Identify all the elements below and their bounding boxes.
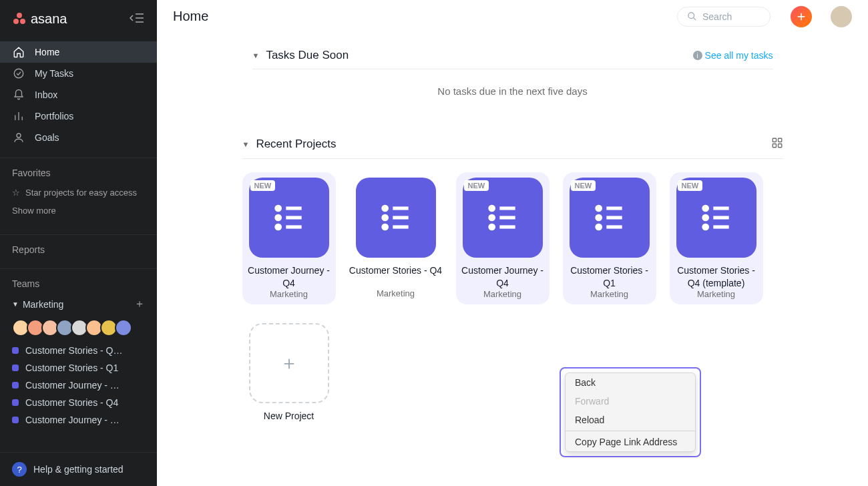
svg-point-45 [703, 226, 707, 230]
project-color-dot [12, 399, 19, 406]
asana-logo-icon [12, 11, 27, 26]
bars-icon [12, 110, 25, 122]
project-color-dot [12, 417, 19, 423]
person-icon [12, 132, 25, 144]
list-icon [484, 199, 521, 236]
grid-view-icon[interactable] [771, 137, 783, 152]
nav-inbox[interactable]: Inbox [0, 84, 157, 105]
project-tile[interactable]: NEW Customer Stories - Q4 (template) Mar… [670, 172, 763, 304]
tasks-empty-message: No tasks due in the next five days [252, 69, 773, 113]
search-input[interactable]: Search [677, 7, 771, 27]
context-menu: Back Forward Reload Copy Page Link Addre… [565, 373, 696, 452]
favorites-showmore[interactable]: Show more [0, 203, 157, 225]
sidebar: asana Home My Tasks Inbox [0, 0, 157, 486]
home-icon [12, 46, 25, 58]
ctx-back[interactable]: Back [566, 373, 695, 392]
favorites-header: Favorites [0, 158, 157, 182]
ctx-copy-link[interactable]: Copy Page Link Address [566, 433, 695, 451]
new-badge: NEW [678, 180, 703, 191]
project-name: Customer Journey - Q4 [248, 264, 331, 288]
plus-icon: ＋ [280, 350, 298, 376]
help-label: Help & getting started [33, 464, 124, 475]
nav-label: Home [35, 47, 59, 57]
svg-point-31 [489, 207, 493, 211]
nav-label: My Tasks [35, 68, 73, 79]
nav-goals[interactable]: Goals [0, 127, 157, 148]
svg-line-12 [693, 18, 696, 21]
new-badge: NEW [250, 180, 276, 191]
main-area: Home Search ▼ Tasks Due Soon i See all m… [157, 0, 868, 486]
svg-rect-15 [773, 139, 776, 142]
sidebar-project[interactable]: Customer Journey - … [0, 411, 157, 429]
see-all-tasks-link[interactable]: i See all my tasks [693, 50, 773, 61]
nav-portfolios[interactable]: Portfolios [0, 105, 157, 127]
list-icon [377, 199, 415, 236]
ctx-reload[interactable]: Reload [566, 411, 695, 429]
sidebar-top: asana [0, 0, 157, 37]
svg-rect-16 [778, 139, 781, 142]
caret-down-icon[interactable]: ▼ [242, 140, 250, 148]
brand-logo[interactable]: asana [12, 11, 67, 27]
brand-name: asana [31, 11, 67, 27]
project-name: Customer Journey - Q4 [461, 264, 544, 288]
sidebar-project[interactable]: Customer Stories - Q1 [0, 359, 157, 377]
list-icon [591, 199, 628, 236]
svg-point-43 [703, 207, 707, 211]
svg-point-32 [489, 216, 493, 220]
search-icon [687, 11, 697, 21]
project-team: Marketing [270, 289, 308, 299]
help-link[interactable]: ? Help & getting started [0, 452, 157, 486]
reports-header[interactable]: Reports [0, 234, 157, 259]
nav-mytasks[interactable]: My Tasks [0, 63, 157, 84]
project-tile[interactable]: NEW Customer Journey - Q4 Marketing [242, 172, 336, 304]
svg-rect-18 [778, 144, 781, 148]
primary-nav: Home My Tasks Inbox Portfolios Goals [0, 37, 157, 148]
caret-down-icon[interactable]: ▼ [252, 51, 260, 59]
sidebar-project[interactable]: Customer Stories - Q… [0, 342, 157, 359]
favorites-hint: ☆ Star projects for easy access [0, 182, 157, 203]
page-title: Home [173, 9, 208, 24]
project-color-dot [12, 347, 19, 354]
global-add-button[interactable] [791, 6, 812, 27]
svg-point-38 [596, 216, 600, 220]
user-avatar[interactable] [831, 6, 852, 27]
svg-point-21 [276, 226, 280, 230]
new-project-label: New Project [264, 410, 314, 422]
project-tile[interactable]: NEW Customer Stories - Q1 Marketing [563, 172, 656, 304]
svg-point-1 [13, 19, 19, 24]
recent-projects-section: ▼ Recent Projects NEW Customer Journey -… [242, 137, 783, 422]
svg-point-11 [688, 13, 694, 19]
project-tile-icon [356, 178, 436, 258]
check-circle-icon [12, 67, 25, 79]
favorites-hint-text: Star projects for easy access [25, 188, 137, 198]
nav-label: Inbox [35, 89, 57, 100]
svg-point-37 [596, 207, 600, 211]
new-project-tile[interactable]: ＋ New Project [242, 318, 336, 422]
project-tile[interactable]: NEW Customer Journey - Q4 Marketing [456, 172, 550, 304]
sidebar-project[interactable]: Customer Stories - Q4 [0, 394, 157, 411]
project-name: Customer Stories - Q4 (template) [675, 264, 758, 288]
tasks-due-section: ▼ Tasks Due Soon i See all my tasks No t… [252, 49, 773, 113]
add-project-icon[interactable]: ＋ [134, 297, 145, 311]
project-name: Customer Journey - … [25, 415, 120, 425]
project-tile[interactable]: Customer Stories - Q4 Marketing [349, 172, 443, 304]
project-team: Marketing [697, 289, 735, 299]
svg-point-6 [14, 69, 23, 78]
svg-rect-17 [773, 144, 776, 148]
teams-header: Teams [0, 268, 157, 293]
plus-icon [796, 11, 807, 22]
sidebar-collapse-icon[interactable] [129, 11, 145, 27]
project-name: Customer Stories - Q4 [349, 264, 442, 288]
team-row-marketing[interactable]: ▼ Marketing ＋ [0, 293, 157, 315]
list-icon [270, 199, 308, 236]
see-all-label: See all my tasks [705, 50, 773, 61]
bell-icon [12, 89, 25, 101]
svg-point-33 [489, 226, 493, 230]
avatar[interactable] [115, 319, 132, 336]
svg-point-20 [276, 216, 280, 220]
nav-home[interactable]: Home [0, 41, 157, 63]
search-placeholder: Search [702, 11, 732, 22]
sidebar-project[interactable]: Customer Journey - … [0, 377, 157, 394]
project-name: Customer Stories - Q4 [25, 397, 118, 408]
team-name: Marketing [23, 299, 63, 310]
